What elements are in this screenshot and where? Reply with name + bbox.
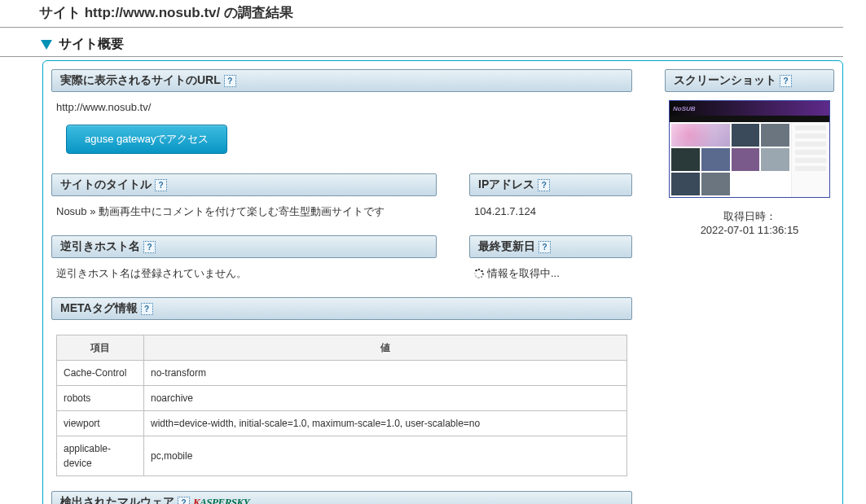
panel-title-screenshot: スクリーンショット [674,73,776,88]
section-title: サイト概要 [59,36,124,53]
panel-head-url: 実際に表示されるサイトのURL ? [51,69,632,92]
site-title-value: Nosub » 動画再生中にコメントを付けて楽しむ寄生型動画サイトです [51,196,437,224]
help-icon[interactable]: ? [178,497,190,504]
panel-title-lastupdate: 最終更新日 [478,239,535,254]
help-icon[interactable]: ? [224,75,236,87]
meta-table: 項目 値 Cache-Control no-transform robots [56,335,627,476]
spinner-icon [474,269,484,278]
meta-val: noarchive [144,386,627,411]
section-header: サイト概要 [0,34,843,57]
help-icon[interactable]: ? [539,241,551,253]
timestamp-label: 取得日時： [665,209,834,224]
table-row: robots noarchive [57,386,627,411]
table-row: applicable-device pc,mobile [57,436,627,476]
panel-head-meta: METAタグ情報 ? [51,297,632,320]
displayed-url: http://www.nosub.tv/ [56,99,627,116]
help-icon[interactable]: ? [780,75,792,87]
panel-title-ip: IPアドレス [478,177,534,192]
kaspersky-logo: KASPERSKY [193,496,249,504]
panel-head-lastupdate: 最終更新日 ? [469,235,632,258]
overview-box: 実際に表示されるサイトのURL ? http://www.nosub.tv/ a… [42,60,843,504]
ip-value: 104.21.7.124 [469,196,632,224]
meta-key: robots [57,386,144,411]
panel-head-site-title: サイトのタイトル ? [51,173,437,196]
panel-head-ip: IPアドレス ? [469,173,632,196]
page-heading: サイト http://www.nosub.tv/ の調査結果 [0,0,843,28]
timestamp-value: 2022-07-01 11:36:15 [665,224,834,236]
screenshot-thumbnail[interactable]: NoSUB [669,100,830,198]
panel-head-revhost: 逆引きホスト名 ? [51,235,437,258]
meta-val: pc,mobile [144,436,627,476]
meta-val: width=device-width, initial-scale=1.0, m… [144,411,627,436]
panel-title-site-title: サイトのタイトル [60,177,152,192]
meta-key: viewport [57,411,144,436]
panel-body-meta: 項目 値 Cache-Control no-transform robots [51,320,632,480]
help-icon[interactable]: ? [141,303,153,315]
meta-th-value: 値 [144,335,627,361]
help-icon[interactable]: ? [538,179,550,191]
panel-title-malware: 検出されたマルウェア [60,495,174,504]
panel-title-url: 実際に表示されるサイトのURL [60,73,221,88]
panel-title-revhost: 逆引きホスト名 [60,239,140,254]
triangle-down-icon [41,40,52,50]
panel-body-url: http://www.nosub.tv/ aguse gatewayでアクセス [51,92,632,162]
help-icon[interactable]: ? [155,179,167,191]
aguse-gateway-button[interactable]: aguse gatewayでアクセス [66,125,227,154]
kaspersky-k: K [193,496,200,504]
meta-th-item: 項目 [57,335,144,361]
table-row: Cache-Control no-transform [57,361,627,386]
ss-site-logo: NoSUB [673,105,696,112]
meta-key: applicable-device [57,436,144,476]
lastupdate-text: 情報を取得中... [487,267,560,279]
table-row: viewport width=device-width, initial-sca… [57,411,627,436]
panel-title-meta: METAタグ情報 [60,301,138,316]
help-icon[interactable]: ? [143,241,156,253]
panel-head-malware: 検出されたマルウェア ? KASPERSKY [51,491,632,504]
kaspersky-rest: ASPERSKY [200,496,249,504]
meta-val: no-transform [144,361,627,386]
panel-head-screenshot: スクリーンショット ? [665,69,834,92]
lastupdate-value: 情報を取得中... [469,258,632,286]
meta-key: Cache-Control [57,361,144,386]
revhost-value: 逆引きホスト名は登録されていません。 [51,258,437,286]
